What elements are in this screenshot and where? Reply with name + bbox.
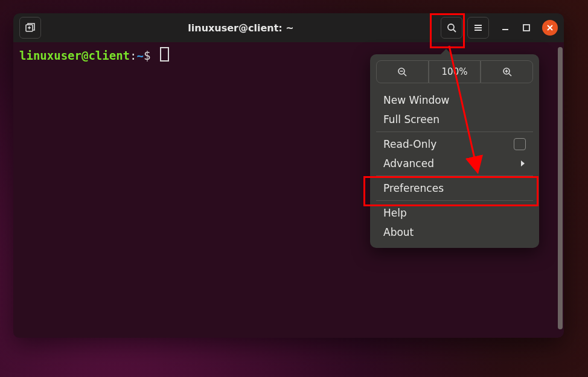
chevron-right-icon: [520, 160, 526, 167]
read-only-checkbox[interactable]: [514, 138, 526, 150]
window-title: linuxuser@client: ~: [46, 22, 436, 34]
new-tab-button[interactable]: [19, 17, 41, 39]
menu-item-about[interactable]: About: [376, 223, 533, 242]
window-header: linuxuser@client: ~: [13, 13, 564, 42]
menu-item-preferences[interactable]: Preferences: [376, 179, 533, 198]
menu-item-advanced[interactable]: Advanced: [376, 154, 533, 173]
hamburger-icon: [473, 22, 484, 33]
hamburger-menu-button[interactable]: [467, 17, 489, 39]
desktop-background: linuxuser@client: ~: [0, 0, 588, 377]
menu-item-new-window[interactable]: New Window: [376, 90, 533, 110]
app-menu-popover: 100% New Window Full Screen Read-Only Ad…: [370, 54, 539, 248]
menu-label: Read-Only: [383, 138, 436, 150]
menu-label: Preferences: [383, 182, 444, 194]
menu-item-read-only[interactable]: Read-Only: [376, 135, 533, 154]
maximize-button[interactable]: [522, 23, 531, 33]
prompt-path: ~: [136, 49, 143, 62]
zoom-controls: 100%: [376, 60, 533, 83]
zoom-out-icon: [397, 66, 407, 77]
svg-rect-2: [523, 25, 529, 31]
menu-label: Help: [383, 207, 407, 219]
zoom-in-button[interactable]: [481, 60, 533, 83]
zoom-level[interactable]: 100%: [429, 60, 481, 83]
menu-separator: [376, 176, 533, 176]
menu-label: About: [383, 226, 414, 238]
search-button[interactable]: [441, 17, 462, 39]
menu-label: Advanced: [383, 157, 434, 169]
minimize-button[interactable]: [500, 22, 511, 33]
zoom-in-icon: [502, 66, 513, 77]
prompt-symbol: $: [144, 49, 150, 62]
menu-label: Full Screen: [383, 113, 439, 125]
search-icon: [446, 22, 457, 33]
menu-label: New Window: [383, 94, 450, 106]
prompt-sep: :: [130, 49, 136, 62]
new-tab-icon: [25, 22, 36, 33]
close-button[interactable]: [542, 20, 558, 36]
close-icon: [546, 24, 554, 31]
svg-point-1: [448, 24, 454, 30]
scrollbar[interactable]: [558, 47, 563, 329]
menu-item-help[interactable]: Help: [376, 203, 533, 223]
window-controls: [500, 20, 558, 36]
menu-separator: [376, 131, 533, 132]
prompt-user: linuxuser@client: [19, 49, 130, 62]
zoom-out-button[interactable]: [376, 60, 429, 83]
text-cursor: [160, 47, 169, 62]
menu-item-full-screen[interactable]: Full Screen: [376, 110, 533, 129]
menu-separator: [376, 200, 533, 201]
